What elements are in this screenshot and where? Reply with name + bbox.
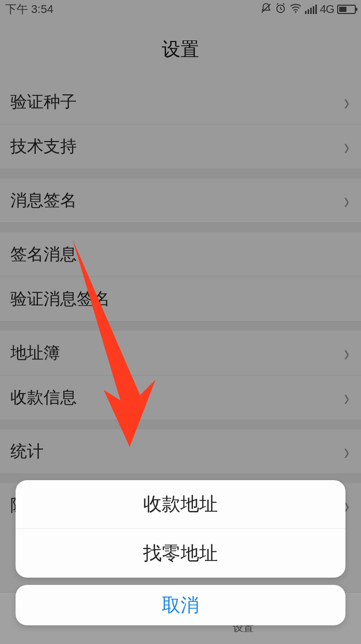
sheet-option-receive-address[interactable]: 收款地址 [16,480,345,529]
action-sheet: 收款地址 找零地址 取消 [16,480,345,625]
sheet-cancel-label: 取消 [162,593,199,618]
action-sheet-options: 收款地址 找零地址 [16,480,345,578]
screen: 下午 3:54 4G 设置 验证种子 › 技术支持 › [0,0,361,644]
sheet-option-label: 收款地址 [143,492,218,517]
sheet-cancel-button[interactable]: 取消 [16,585,345,625]
sheet-option-label: 找零地址 [143,541,218,566]
sheet-option-change-address[interactable]: 找零地址 [16,529,345,578]
